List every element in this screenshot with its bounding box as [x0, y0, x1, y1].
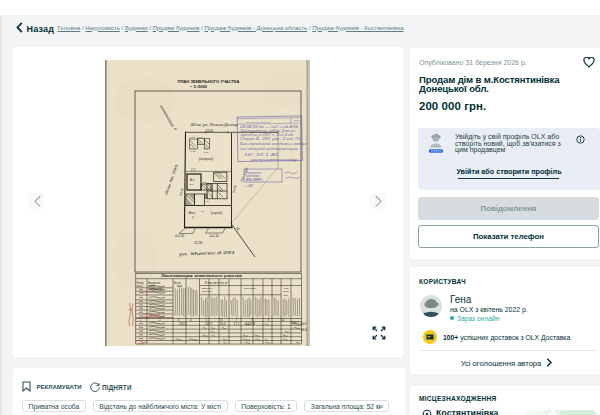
svg-text:10° 10 1 40: 10° 10 1 40 — [244, 153, 279, 157]
svg-text:▪ 1:500: ▪ 1:500 — [190, 85, 207, 89]
svg-text:1.4О: 1.4О — [191, 150, 196, 152]
svg-text:Жил.: Жил. — [187, 211, 196, 215]
svg-text:Всего: Всего — [174, 281, 181, 285]
svg-text:2.4П: 2.4П — [198, 136, 203, 138]
svg-text:Зав.городской конторы вжмье: Зав.городской конторы вжмье — [239, 142, 307, 146]
svg-text:≈ 240: ≈ 240 — [245, 184, 253, 188]
svg-text:44,3: 44,3 — [300, 322, 306, 326]
svg-text:ж/б: ж/б — [190, 183, 194, 186]
svg-text:107,1: 107,1 — [205, 322, 213, 326]
svg-text:Приемочная комиссия: Приемочная комиссия — [246, 121, 271, 123]
svg-text:огоро-: огоро- — [283, 290, 290, 292]
svg-text:21.30: 21.30 — [194, 241, 203, 245]
svg-text:2=1.10: 2=1.10 — [210, 234, 220, 238]
svg-text:Разрешение: Разрешение — [246, 171, 262, 175]
svg-text:на старой интервенции: на старой интервенции — [240, 147, 298, 151]
svg-text:кв.м: кв.м — [177, 285, 182, 288]
svg-text:Серия Б. 281 укр. 2 кв/ 75: Серия Б. 281 укр. 2 кв/ 75 — [240, 137, 300, 141]
svg-text:(сарай): (сарай) — [211, 211, 222, 215]
svg-text:105°: 105° — [203, 181, 208, 183]
svg-text:Под: Под — [284, 287, 289, 289]
svg-text:4=1.50: 4=1.50 — [175, 234, 185, 238]
svg-text:МСЬ УКРНТ і.: МСЬ УКРНТ і. — [246, 178, 264, 182]
svg-text:2.4Р: 2.4Р — [204, 151, 209, 153]
svg-text:53,8 М: 53,8 М — [246, 322, 256, 326]
svg-text:Экспликация земельного участка: Экспликация земельного участка — [161, 274, 242, 278]
svg-text:345,6: 345,6 — [291, 321, 299, 325]
svg-text:(огород): (огород) — [199, 157, 213, 161]
svg-text:15,0: 15,0 — [220, 322, 226, 326]
svg-text:сооружений: сооружений — [148, 287, 163, 291]
svg-text:60 кв. ул. Ленина-Донецк: 60 кв. ул. Ленина-Донецк — [191, 123, 238, 127]
svg-text:Под садом: Под садом — [244, 287, 256, 289]
svg-text:дом: дом — [284, 294, 289, 296]
svg-text:А-1: А-1 — [190, 178, 195, 182]
svg-text:2-З: 2-З — [191, 168, 195, 172]
svg-text:1.4П: 1.4П — [190, 136, 195, 138]
svg-text:ПЛАН ЗЕМЕЛЬНОГО УЧАСТКА: ПЛАН ЗЕМЕЛЬНОГО УЧАСТКА — [178, 80, 240, 84]
svg-text:41,6: 41,6 — [301, 328, 307, 332]
svg-text:покрытие: покрытие — [202, 290, 213, 292]
svg-text:10.: 10. — [201, 210, 205, 213]
svg-text:1: 1 — [192, 216, 194, 220]
svg-text:210,6: 210,6 — [178, 322, 187, 326]
svg-text:17,1: 17,1 — [234, 322, 240, 326]
svg-text:куплена jд 2/57 г. Зчл 4 об: куплена jд 2/57 г. Зчл 4 об — [241, 133, 293, 137]
svg-text:Дворовые: Дворовые — [202, 287, 213, 289]
svg-text:10: 10 — [281, 318, 285, 322]
svg-text:исправленному: исправленному — [251, 158, 298, 162]
svg-text:В том числе /кв. м/: В том числе /кв. м/ — [205, 281, 228, 285]
